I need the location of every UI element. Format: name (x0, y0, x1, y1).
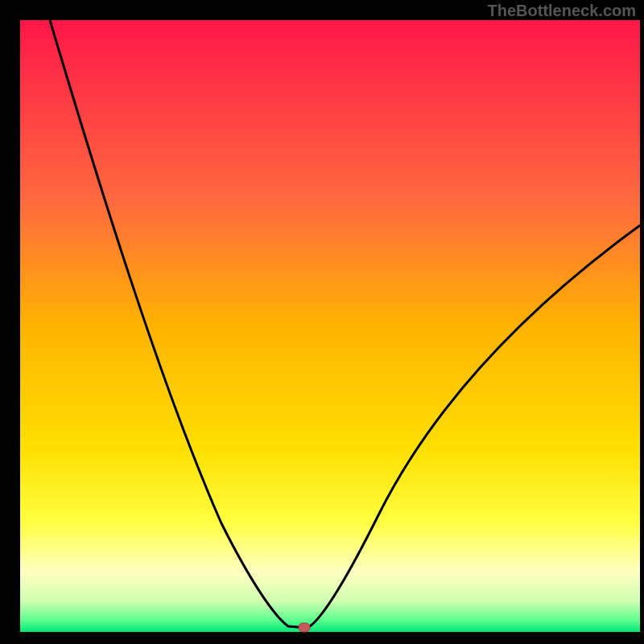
min-marker (299, 623, 310, 632)
watermark-text: TheBottleneck.com (488, 2, 636, 20)
plot-background (20, 20, 640, 632)
bottleneck-chart (0, 0, 644, 644)
